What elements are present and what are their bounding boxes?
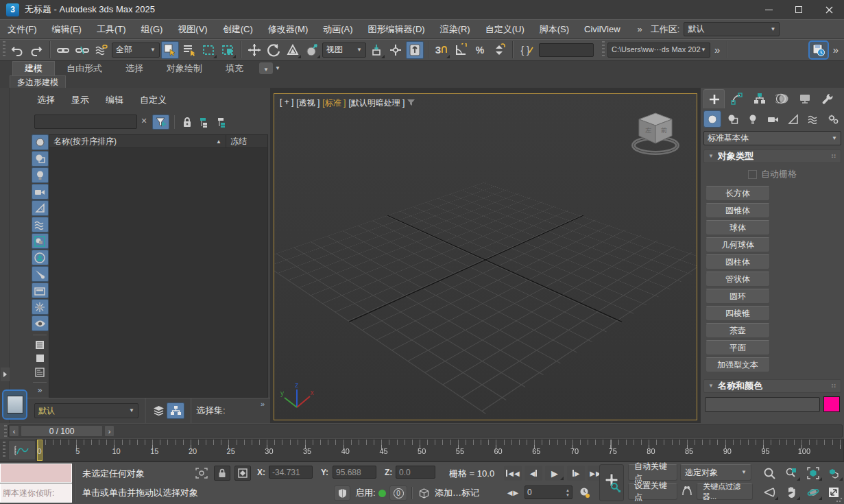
time-configuration-button[interactable]	[576, 485, 592, 500]
zoom-button[interactable]	[760, 465, 779, 481]
ribbon-panel-polygon-modeling[interactable]: 多边形建模	[10, 75, 66, 88]
create-cylinder-button[interactable]: 圆柱体	[706, 254, 770, 269]
menu-tools[interactable]: 工具(T)	[89, 20, 134, 38]
window-crossing-toggle-button[interactable]	[219, 41, 237, 59]
key-mode-combo[interactable]: 选定对象 ▼	[680, 464, 751, 481]
pan-view-button[interactable]	[782, 484, 801, 501]
named-selection-set-input[interactable]	[539, 43, 594, 57]
rollout-name-color[interactable]: ▼ 名称和颜色 ∷	[703, 379, 841, 393]
maximize-button[interactable]	[784, 0, 814, 19]
field-of-view-button[interactable]	[760, 484, 779, 501]
tab-display[interactable]	[794, 89, 815, 108]
snaps-toggle-button[interactable]: 3	[433, 41, 450, 59]
toggle-cameras-button[interactable]	[32, 184, 49, 200]
column-header-frozen[interactable]: 冻结	[226, 135, 267, 147]
previous-frame-button[interactable]: ◀	[525, 466, 542, 481]
select-and-scale-button[interactable]	[284, 41, 302, 59]
display-mode-detail-button[interactable]	[32, 365, 49, 379]
menu-modifiers[interactable]: 修改器(M)	[261, 20, 316, 38]
viewport-general-menu[interactable]: [ + ]	[280, 97, 293, 109]
trackbar-drag-handle[interactable]	[3, 442, 5, 459]
ribbon-minimize-button[interactable]: ▼ ▼	[259, 62, 280, 74]
keyboard-shortcut-override-button[interactable]	[406, 41, 424, 59]
explorer-menu-select[interactable]: 选择	[37, 94, 55, 106]
notification-badge-button[interactable]: 0	[389, 485, 407, 501]
key-filters-icon-button[interactable]	[679, 483, 695, 499]
menu-views[interactable]: 视图(V)	[170, 20, 215, 38]
menu-scripting[interactable]: 脚本(S)	[532, 20, 577, 38]
menu-customize[interactable]: 自定义(U)	[478, 20, 532, 38]
category-spacewarps[interactable]	[804, 110, 822, 128]
redo-button[interactable]	[27, 41, 45, 59]
tab-utilities[interactable]	[817, 89, 838, 108]
toggle-frozen-button[interactable]	[32, 299, 49, 315]
x-coord-field[interactable]	[269, 466, 313, 479]
select-and-manipulate-button[interactable]	[387, 41, 405, 59]
project-folder-combo[interactable]: C:\Users\ww⋯ds Max 2025 ▼	[607, 43, 710, 58]
next-frame-button[interactable]: ▶	[567, 466, 585, 481]
ribbon-tab-selection[interactable]: 选择	[114, 61, 155, 75]
toggle-containers-button[interactable]	[32, 283, 49, 298]
percent-snap-toggle-button[interactable]: %	[471, 41, 489, 59]
toolbar-end-chevrons[interactable]: »	[833, 44, 839, 56]
create-tube-button[interactable]: 管状体	[706, 272, 770, 287]
rollout-object-type[interactable]: ▼ 对象类型 ∷	[703, 149, 841, 163]
selection-filter-combo[interactable]: 全部 ▼	[112, 43, 160, 58]
select-by-name-button[interactable]	[180, 41, 198, 59]
track-ruler[interactable]: 0510152025303540455055606570758085909510…	[36, 439, 844, 461]
previous-frame-arrow[interactable]: ‹	[9, 425, 19, 437]
workspace-combo[interactable]: 默认 ▼	[684, 22, 780, 36]
column-header-name[interactable]: 名称(按升序排序) ▲	[49, 135, 226, 147]
auto-key-button[interactable]: 自动关键点	[628, 464, 677, 481]
play-animation-button[interactable]: ▶	[545, 466, 564, 481]
panel-expand-button[interactable]	[1, 368, 10, 381]
toolbar-drag-handle2[interactable]	[602, 41, 605, 58]
viewport-pov-label[interactable]: [透视 ]	[296, 97, 319, 109]
explorer-menu-customize[interactable]: 自定义	[140, 94, 167, 106]
selection-lock-toggle[interactable]	[214, 466, 230, 481]
create-box-button[interactable]: 长方体	[706, 186, 770, 201]
explorer-object-list[interactable]	[49, 148, 268, 398]
tab-motion[interactable]	[771, 89, 793, 108]
bind-to-space-warp-button[interactable]	[93, 41, 110, 59]
menu-rendering[interactable]: 渲染(R)	[433, 20, 478, 38]
minimize-button[interactable]	[753, 0, 784, 19]
timeslider-drag-handle[interactable]	[4, 425, 7, 437]
frame-spinner[interactable]: ▲ ▼	[566, 488, 570, 497]
reference-coordinate-combo[interactable]: 视图 ▼	[322, 43, 366, 58]
category-systems[interactable]	[825, 110, 843, 128]
time-slider-handle[interactable]: 0 / 100	[21, 425, 103, 437]
ribbon-tab-freeform[interactable]: 自由形式	[55, 61, 114, 75]
scene-converter-button[interactable]	[415, 485, 432, 501]
edit-named-selection-sets-button[interactable]: { }	[517, 41, 538, 59]
menu-file[interactable]: 文件(F)	[0, 20, 45, 38]
app-icon[interactable]: 3	[6, 3, 19, 16]
explorer-expand-all-button[interactable]	[196, 115, 213, 130]
create-sphere-button[interactable]: 球体	[706, 220, 770, 235]
perspective-viewport[interactable]: [ + ] [透视 ] [标准 ] [默认明暗处理 ] 左 前 z x y	[274, 93, 697, 420]
spinner-snap-toggle-button[interactable]	[490, 41, 508, 59]
toggle-geometry-button[interactable]	[32, 134, 49, 150]
object-name-input[interactable]	[705, 397, 820, 412]
undo-button[interactable]	[8, 41, 26, 59]
close-button[interactable]	[814, 0, 844, 19]
zoom-extents-button[interactable]	[804, 465, 823, 481]
menu-overflow-chevrons[interactable]: »	[638, 24, 642, 34]
toggle-groups-button[interactable]	[32, 233, 49, 249]
toggle-bones-button[interactable]	[32, 266, 49, 282]
angle-snap-toggle-button[interactable]	[452, 41, 470, 59]
select-and-place-button[interactable]	[303, 41, 321, 59]
menu-animation[interactable]: 动画(A)	[315, 20, 360, 38]
set-keys-button[interactable]	[599, 464, 624, 501]
viewport-render-preset-label[interactable]: [标准 ]	[322, 97, 346, 109]
key-mode-toggle-button[interactable]: ◀▶	[504, 485, 522, 500]
rectangular-selection-region-button[interactable]	[200, 41, 217, 59]
select-and-move-button[interactable]	[245, 41, 263, 59]
explorer-collapse-all-button[interactable]	[214, 115, 231, 130]
window-resize-grip[interactable]	[836, 496, 843, 503]
create-torus-button[interactable]: 圆环	[706, 289, 770, 304]
toggle-spacewarps-button[interactable]	[32, 217, 49, 232]
tab-modify[interactable]	[726, 89, 747, 108]
display-mode-icons-button[interactable]	[32, 352, 49, 365]
isolate-selection-button[interactable]	[193, 466, 210, 481]
